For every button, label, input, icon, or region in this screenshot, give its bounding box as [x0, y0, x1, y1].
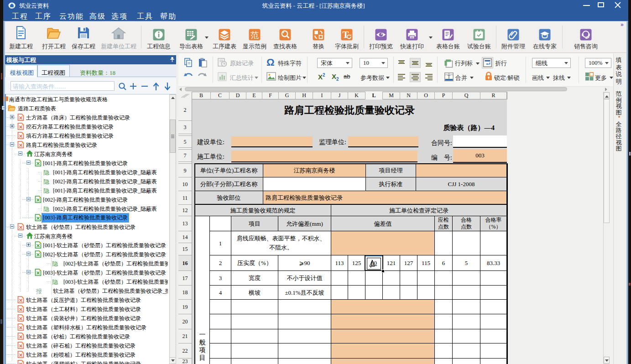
svg-text:T: T [448, 75, 450, 79]
svg-text:范: 范 [250, 31, 259, 40]
